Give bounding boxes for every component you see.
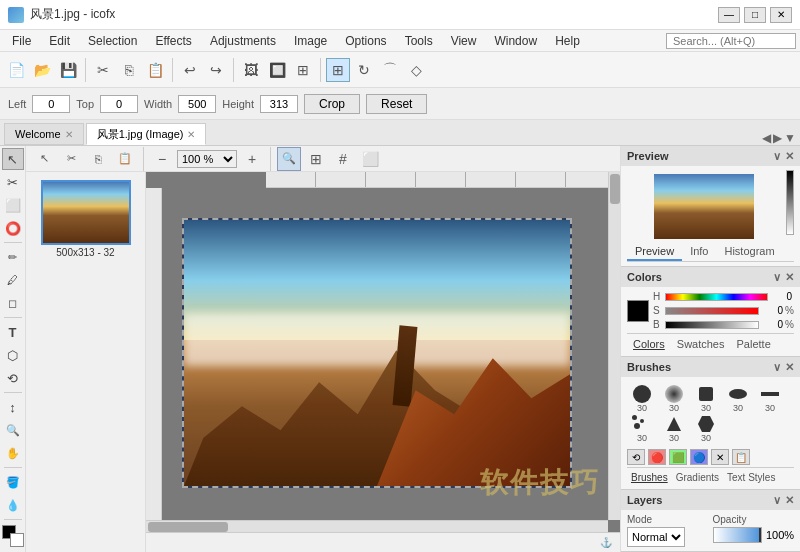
tab-image[interactable]: 风景1.jpg (Image) ✕ [86, 123, 207, 145]
menu-image[interactable]: Image [286, 32, 335, 50]
menu-help[interactable]: Help [547, 32, 588, 50]
tab-image-close[interactable]: ✕ [187, 129, 195, 140]
color-subtab-colors[interactable]: Colors [627, 336, 671, 352]
frame-btn[interactable]: ⬜ [358, 147, 382, 171]
opacity-slider[interactable] [713, 527, 763, 543]
preview-close[interactable]: ✕ [785, 150, 794, 163]
brush-item-6[interactable]: 30 [627, 415, 657, 443]
brush-item-1[interactable]: 30 [627, 385, 657, 413]
tool-pencil[interactable]: ✏ [2, 246, 24, 268]
menu-tools[interactable]: Tools [397, 32, 441, 50]
zoom-in-btn[interactable]: + [240, 147, 264, 171]
brush-item-7[interactable]: 30 [659, 415, 689, 443]
menu-window[interactable]: Window [486, 32, 545, 50]
crop-button[interactable]: Crop [304, 94, 360, 114]
menu-selection[interactable]: Selection [80, 32, 145, 50]
brush-item-2[interactable]: 30 [659, 385, 689, 413]
tab-nav-next[interactable]: ▶ [773, 131, 782, 145]
mode-select[interactable]: Normal [627, 527, 685, 547]
menu-view[interactable]: View [443, 32, 485, 50]
color-swatch-box[interactable] [627, 300, 649, 322]
tool-select[interactable]: ↖ [2, 148, 24, 170]
tool-fill[interactable]: 🪣 [2, 471, 24, 493]
canvas-cut-btn[interactable]: ✂ [59, 147, 83, 171]
open-button[interactable]: 📂 [30, 58, 54, 82]
tool-eraser[interactable]: ◻ [2, 292, 24, 314]
tool-text[interactable]: T [2, 321, 24, 343]
tb-btn-7[interactable]: ◇ [404, 58, 428, 82]
search-input[interactable] [666, 33, 796, 49]
brush-ctrl-2[interactable]: 🔴 [648, 449, 666, 465]
brush-item-4[interactable]: 30 [723, 385, 753, 413]
new-button[interactable]: 📄 [4, 58, 28, 82]
brush-ctrl-5[interactable]: ✕ [711, 449, 729, 465]
brush-item-8[interactable]: 30 [691, 415, 721, 443]
tool-brush[interactable]: 🖊 [2, 269, 24, 291]
menu-options[interactable]: Options [337, 32, 394, 50]
menu-edit[interactable]: Edit [41, 32, 78, 50]
thumbnail-image[interactable] [41, 180, 131, 245]
canvas-copy-btn[interactable]: ⎘ [86, 147, 110, 171]
menu-file[interactable]: File [4, 32, 39, 50]
fit-btn[interactable]: 🔍 [277, 147, 301, 171]
tool-zoom[interactable]: 🔍 [2, 419, 24, 441]
tab-nav[interactable]: ◀ ▶ ▼ [762, 131, 796, 145]
preview-tab-histogram[interactable]: Histogram [716, 243, 782, 261]
brush-ctrl-1[interactable]: ⟲ [627, 449, 645, 465]
brush-subtab-brushes[interactable]: Brushes [627, 470, 672, 485]
tool-shape[interactable]: ⬡ [2, 344, 24, 366]
preview-tab-preview[interactable]: Preview [627, 243, 682, 261]
zoom-select[interactable]: 100 % [177, 150, 237, 168]
height-input[interactable] [260, 95, 298, 113]
menu-effects[interactable]: Effects [147, 32, 199, 50]
tb-btn-5[interactable]: ↻ [352, 58, 376, 82]
tb-btn-6[interactable]: ⌒ [378, 58, 402, 82]
tb-btn-2[interactable]: 🔲 [265, 58, 289, 82]
tb-btn-4[interactable]: ⊞ [326, 58, 350, 82]
preview-expand[interactable]: ∨ [773, 150, 781, 163]
preview-thumbnail[interactable] [654, 174, 754, 239]
tool-rect[interactable]: ⬜ [2, 194, 24, 216]
zoom-out-btn[interactable]: − [150, 147, 174, 171]
tab-welcome[interactable]: Welcome ✕ [4, 123, 84, 145]
tab-welcome-close[interactable]: ✕ [65, 129, 73, 140]
color-subtab-palette[interactable]: Palette [731, 336, 777, 352]
tb-btn-1[interactable]: 🖼 [239, 58, 263, 82]
brush-ctrl-4[interactable]: 🔵 [690, 449, 708, 465]
brush-ctrl-3[interactable]: 🟩 [669, 449, 687, 465]
color-subtab-swatches[interactable]: Swatches [671, 336, 731, 352]
s-slider[interactable] [665, 307, 759, 315]
maximize-button[interactable]: □ [744, 7, 766, 23]
colors-expand[interactable]: ∨ [773, 271, 781, 284]
brush-item-5[interactable]: 30 [755, 385, 785, 413]
tool-flip[interactable]: ↕ [2, 396, 24, 418]
layers-close[interactable]: ✕ [785, 494, 794, 507]
tool-eyedropper[interactable]: 💧 [2, 494, 24, 516]
left-input[interactable] [32, 95, 70, 113]
vertical-scrollbar[interactable] [608, 172, 620, 520]
brush-item-3[interactable]: 30 [691, 385, 721, 413]
tab-nav-prev[interactable]: ◀ [762, 131, 771, 145]
brush-ctrl-6[interactable]: 📋 [732, 449, 750, 465]
tb-btn-3[interactable]: ⊞ [291, 58, 315, 82]
save-button[interactable]: 💾 [56, 58, 80, 82]
tab-nav-menu[interactable]: ▼ [784, 131, 796, 145]
horizontal-scrollbar[interactable] [146, 520, 608, 532]
top-input[interactable] [100, 95, 138, 113]
brushes-expand[interactable]: ∨ [773, 361, 781, 374]
reset-button[interactable]: Reset [366, 94, 427, 114]
undo-button[interactable]: ↩ [178, 58, 202, 82]
close-button[interactable]: ✕ [770, 7, 792, 23]
minimize-button[interactable]: — [718, 7, 740, 23]
tool-crop[interactable]: ✂ [2, 171, 24, 193]
tool-transform[interactable]: ⟲ [2, 367, 24, 389]
cut-button[interactable]: ✂ [91, 58, 115, 82]
copy-button[interactable]: ⎘ [117, 58, 141, 82]
brush-subtab-gradients[interactable]: Gradients [672, 470, 723, 485]
paste-button[interactable]: 📋 [143, 58, 167, 82]
h-slider[interactable] [665, 293, 768, 301]
grid-btn[interactable]: ⊞ [304, 147, 328, 171]
background-color[interactable] [10, 533, 24, 547]
tool-ellipse[interactable]: ⭕ [2, 217, 24, 239]
ruler-btn[interactable]: # [331, 147, 355, 171]
